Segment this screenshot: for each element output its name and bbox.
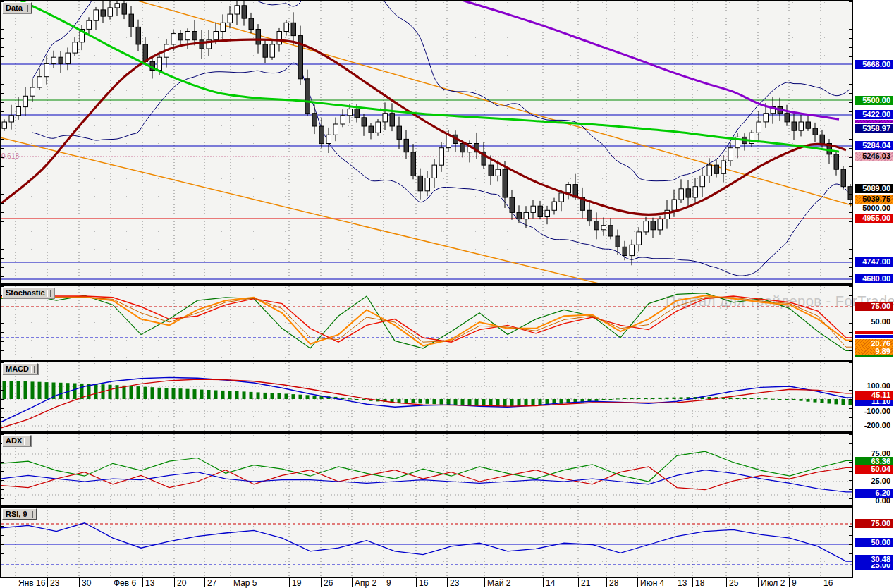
macd-panel-button[interactable]: MACD bbox=[2, 363, 38, 374]
scale-label-sliver bbox=[855, 355, 893, 357]
scale-label-100.00: 100.00 bbox=[855, 381, 893, 391]
date-tick bbox=[321, 578, 322, 587]
macd-panel[interactable] bbox=[0, 361, 853, 433]
adx-panel[interactable] bbox=[0, 433, 853, 506]
date-tick-label: Июл 2 bbox=[761, 578, 785, 588]
date-tick bbox=[142, 578, 143, 587]
adx-panel-button[interactable]: ADX bbox=[2, 435, 31, 446]
scale-label-sliver bbox=[855, 120, 893, 123]
scale-label-5089.00: 5089.00 bbox=[855, 184, 893, 193]
scale-tick-marks bbox=[849, 362, 852, 431]
scale-tick-marks bbox=[1, 1, 4, 283]
date-tick bbox=[47, 578, 48, 587]
date-tick-label: 25 bbox=[729, 578, 738, 588]
date-tick-label: 19 bbox=[292, 578, 301, 588]
date-tick-label: Янв 16 bbox=[18, 578, 45, 588]
date-tick bbox=[416, 578, 417, 587]
scale-label-0.00: 0.00 bbox=[855, 496, 893, 506]
trading-chart-window: Портал для трейдеров - ForTrader.ru 0.61… bbox=[0, 0, 894, 588]
date-tick-label: Фев 6 bbox=[114, 578, 136, 588]
date-tick-label: 18 bbox=[695, 578, 704, 588]
macd-panel-button-label: MACD bbox=[6, 365, 29, 373]
date-tick-label: Мар 5 bbox=[233, 578, 257, 588]
date-tick bbox=[675, 578, 675, 587]
date-tick-label: 16 bbox=[823, 578, 833, 588]
panel-button-handle bbox=[31, 366, 35, 373]
scale-label-5039.75: 5039.75 bbox=[855, 195, 893, 204]
date-tick-label: Май 2 bbox=[487, 578, 511, 588]
scale-label-50.00: 50.00 bbox=[855, 317, 893, 326]
panel-button-handle bbox=[30, 511, 33, 518]
date-tick bbox=[111, 578, 111, 587]
scale-label-5668.00: 5668.00 bbox=[855, 60, 893, 69]
date-tick bbox=[726, 578, 727, 587]
panel-button-handle bbox=[24, 438, 27, 445]
scale-tick-marks bbox=[849, 1, 852, 283]
date-tick bbox=[289, 578, 290, 587]
date-tick-label: 16 bbox=[419, 578, 428, 588]
scale-tick-marks bbox=[849, 434, 852, 505]
scale-tick-marks bbox=[849, 286, 852, 360]
scale-label-5422.00: 5422.00 bbox=[855, 110, 893, 119]
date-tick bbox=[79, 578, 80, 587]
data-panel-button[interactable]: Data bbox=[2, 2, 32, 13]
date-tick bbox=[204, 578, 205, 587]
scale-label-sliver bbox=[855, 331, 893, 334]
date-tick bbox=[16, 578, 16, 587]
scale-label-75.00: 75.00 bbox=[855, 519, 893, 528]
scale-label-4747.00: 4747.00 bbox=[855, 257, 893, 267]
date-tick bbox=[692, 578, 693, 587]
panel-button-handle bbox=[25, 5, 28, 12]
date-tick-label: Июн 4 bbox=[640, 578, 664, 588]
date-tick bbox=[578, 578, 579, 587]
date-axis: Янв 162330Фев 6132027Мар 51926Апр 291623… bbox=[0, 578, 854, 588]
date-tick-label: 27 bbox=[207, 578, 216, 588]
date-tick bbox=[637, 578, 638, 587]
date-tick bbox=[352, 578, 353, 587]
scale-label-4680.00: 4680.00 bbox=[855, 274, 893, 283]
date-tick bbox=[543, 578, 544, 587]
rsi-panel-button[interactable]: RSI, 9 bbox=[2, 508, 37, 520]
date-tick-label: Апр 2 bbox=[355, 578, 376, 588]
scale-label-5246.03: 5246.03 bbox=[855, 152, 893, 161]
date-tick-label: 23 bbox=[50, 578, 59, 588]
date-tick-label: 20 bbox=[177, 578, 186, 588]
scale-label-5284.04: 5284.04 bbox=[855, 141, 893, 150]
scale-label-75.00: 75.00 bbox=[855, 302, 893, 311]
date-tick-label: 14 bbox=[546, 578, 555, 588]
date-tick bbox=[758, 578, 759, 587]
date-tick-label: 30 bbox=[82, 578, 91, 588]
date-tick bbox=[447, 578, 448, 587]
scale-label--200.00: -200.00 bbox=[855, 421, 893, 430]
date-tick-label: 26 bbox=[324, 578, 333, 588]
scale-label-30.48: 30.48 bbox=[855, 555, 893, 564]
date-tick bbox=[606, 578, 607, 587]
scale-label-50.04: 50.04 bbox=[855, 465, 893, 474]
rsi-panel-button-label: RSI, 9 bbox=[6, 510, 27, 518]
panel-button-handle bbox=[47, 290, 51, 297]
date-tick-label: 23 bbox=[450, 578, 459, 588]
date-tick-label: 13 bbox=[145, 578, 154, 588]
date-tick-label: 28 bbox=[609, 578, 618, 588]
date-tick-label: 13 bbox=[678, 578, 687, 588]
stochastic-panel-button[interactable]: Stochastic bbox=[2, 287, 54, 298]
date-tick-label: 21 bbox=[581, 578, 590, 588]
data-panel-button-label: Data bbox=[6, 4, 23, 12]
date-tick bbox=[231, 578, 231, 587]
scale-label-25.00: 25.00 bbox=[855, 477, 893, 486]
date-tick-label: 9 bbox=[386, 578, 391, 588]
date-tick bbox=[821, 578, 821, 587]
date-tick bbox=[384, 578, 384, 587]
date-tick bbox=[789, 578, 790, 587]
rsi-panel[interactable] bbox=[0, 506, 853, 578]
price-panel[interactable] bbox=[0, 0, 853, 285]
date-tick bbox=[174, 578, 175, 587]
scale-label-5358.97: 5358.97 bbox=[855, 124, 893, 133]
date-tick-label: 9 bbox=[792, 578, 797, 588]
adx-panel-button-label: ADX bbox=[6, 436, 22, 445]
scale-label--100.00: -100.00 bbox=[855, 407, 893, 416]
scale-label-5500.00: 5500.00 bbox=[855, 96, 893, 105]
date-tick bbox=[484, 578, 485, 587]
scale-label-50.00: 50.00 bbox=[855, 538, 893, 547]
stochastic-panel-button-label: Stochastic bbox=[6, 288, 45, 297]
